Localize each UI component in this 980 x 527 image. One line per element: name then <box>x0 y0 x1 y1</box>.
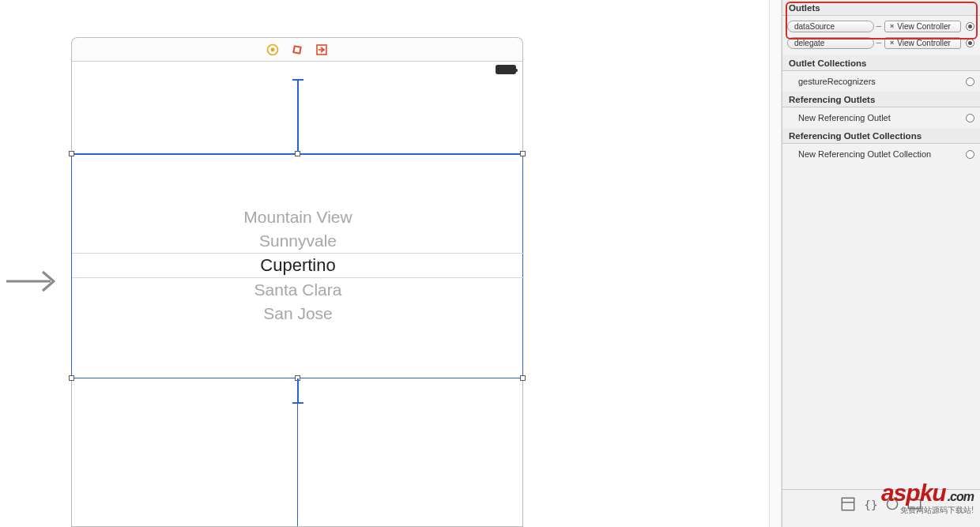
battery-icon <box>496 65 516 74</box>
connection-dot[interactable] <box>964 149 975 160</box>
picker-row[interactable]: Sunnyvale <box>72 229 524 253</box>
watermark-subtitle: 免费网站源码下载站! <box>900 505 974 516</box>
section-header-referencing-outlets: Referencing Outlets <box>782 92 980 107</box>
outlet-name: New Referencing Outlet Collection <box>798 147 931 161</box>
view-controller-icon[interactable] <box>266 43 280 56</box>
section-header-outlets: Outlets <box>782 0 980 16</box>
remove-connection-icon[interactable]: × <box>890 21 894 32</box>
picker-row[interactable]: San Jose <box>72 302 524 326</box>
new-referencing-outlet-row[interactable]: New Referencing Outlet <box>787 111 975 125</box>
picker-row[interactable]: Santa Clara <box>72 278 524 302</box>
library-snippets-icon[interactable]: {} <box>861 495 879 513</box>
connection-dot[interactable] <box>964 21 975 32</box>
selection-divider <box>297 378 298 526</box>
exit-icon[interactable] <box>315 43 329 56</box>
outlet-name: delegate <box>787 37 874 49</box>
library-templates-icon[interactable] <box>839 495 857 513</box>
connections-inspector: Outlets dataSource ─ ×View Controller de… <box>782 0 980 527</box>
outlet-name: gestureRecognizers <box>798 74 876 88</box>
remove-connection-icon[interactable]: × <box>890 38 894 48</box>
link-icon: ─ <box>873 22 884 30</box>
link-icon: ─ <box>873 39 884 47</box>
first-responder-icon[interactable] <box>291 43 304 56</box>
watermark-logo: aspku.com <box>881 480 974 506</box>
svg-rect-4 <box>295 47 300 52</box>
outlet-delegate-row[interactable]: delegate ─ ×View Controller <box>787 36 975 50</box>
outlet-name: New Referencing Outlet <box>798 111 891 125</box>
outlet-destination[interactable]: ×View Controller <box>884 37 961 49</box>
constraint-guide-top <box>297 79 299 153</box>
outlet-destination[interactable]: ×View Controller <box>884 21 961 32</box>
new-referencing-outlet-collection-row[interactable]: New Referencing Outlet Collection <box>787 147 975 161</box>
scene-title-bar[interactable] <box>71 37 523 62</box>
connection-dot[interactable] <box>964 76 975 87</box>
outlet-datasource-row[interactable]: dataSource ─ ×View Controller <box>787 19 975 33</box>
storyboard-canvas[interactable]: Mountain View Sunnyvale Cupertino Santa … <box>0 0 769 527</box>
uipickerview[interactable]: Mountain View Sunnyvale Cupertino Santa … <box>72 205 524 326</box>
svg-rect-7 <box>842 498 854 510</box>
picker-row-selected[interactable]: Cupertino <box>72 254 524 277</box>
outlet-name: dataSource <box>787 21 874 32</box>
svg-point-2 <box>271 47 275 51</box>
connection-dot[interactable] <box>964 37 975 48</box>
svg-text:{}: {} <box>864 498 877 510</box>
outlet-gesturerecognizers-row[interactable]: gestureRecognizers <box>787 74 975 88</box>
device-view[interactable]: Mountain View Sunnyvale Cupertino Santa … <box>71 62 523 527</box>
section-header-outlet-collections: Outlet Collections <box>782 55 980 71</box>
picker-row[interactable]: Mountain View <box>72 205 524 229</box>
section-header-referencing-outlet-collections: Referencing Outlet Collections <box>782 128 980 144</box>
canvas-scrollbar[interactable] <box>769 0 782 527</box>
entry-arrow-icon <box>6 265 63 297</box>
connection-dot[interactable] <box>964 112 975 123</box>
